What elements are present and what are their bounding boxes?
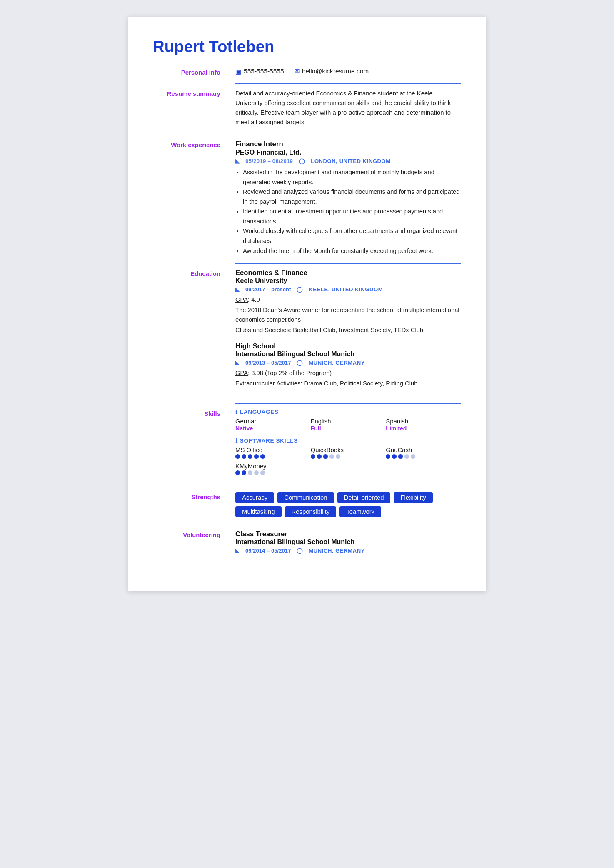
work-experience-section: Work experience Finance Intern PEGO Fina… <box>153 140 461 264</box>
software-grid: MS Office QuickBooks <box>235 447 461 459</box>
software-label-text: SOFTWARE SKILLS <box>240 438 298 444</box>
languages-grid: German Native English Full Spanish Limit… <box>235 418 461 432</box>
software-category-label: ℹ SOFTWARE SKILLS <box>235 438 461 444</box>
email-address: hello@kickresume.com <box>302 68 369 75</box>
edu-award-1: The 2018 Dean's Award winner for represe… <box>235 305 461 325</box>
edu-school-2: International Bilingual School Munich <box>235 350 461 358</box>
edu-block-1: Economics & Finance Keele University ◣ 0… <box>235 269 461 335</box>
dot <box>260 470 265 475</box>
software-block: ℹ SOFTWARE SKILLS MS Office <box>235 438 461 475</box>
personal-info-section: Personal info ▣ 555-555-5555 ✉ hello@kic… <box>153 68 461 84</box>
edu-extra-2: Extracurricular Activities: Drama Club, … <box>235 379 461 388</box>
personal-info-row: ▣ 555-555-5555 ✉ hello@kickresume.com <box>235 68 461 75</box>
resume-header: Rupert Totleben <box>153 38 461 56</box>
skill-german-level: Native <box>235 425 311 432</box>
software-kmymoney-name: KMyMoney <box>235 463 461 470</box>
software-msoffice-name: MS Office <box>235 447 311 453</box>
edu-meta-2: ◣ 09/2013 – 05/2017 ◯ MUNICH, GERMANY <box>235 360 461 366</box>
job-bullet: Awarded the Intern of the Month for cons… <box>243 246 461 256</box>
dot <box>336 454 340 459</box>
software-gnucash-name: GnuCash <box>386 447 461 453</box>
tag-teamwork: Teamwork <box>339 506 381 517</box>
phone-number: 555-555-5555 <box>244 68 284 75</box>
dot <box>242 454 246 459</box>
dot <box>260 454 265 459</box>
job-bullet: Worked closely with colleagues from othe… <box>243 226 461 246</box>
volunteering-content: Class Treasurer International Bilingual … <box>235 530 461 561</box>
edu-block-2: High School International Bilingual Scho… <box>235 342 461 388</box>
edu-gpa-1: GPA: 4.0 <box>235 295 461 305</box>
edu-gpa-2: GPA: 3.98 (Top 2% of the Program) <box>235 368 461 378</box>
skill-german: German Native <box>235 418 311 432</box>
cal-icon-2: ◣ <box>235 360 240 366</box>
personal-info-content: ▣ 555-555-5555 ✉ hello@kickresume.com <box>235 68 461 84</box>
dot <box>398 454 403 459</box>
job-location: LONDON, UNITED KINGDOM <box>311 158 390 164</box>
mail-icon: ✉ <box>294 68 300 75</box>
edu-degree-1: Economics & Finance <box>235 269 461 277</box>
dot <box>317 454 322 459</box>
msoffice-dots <box>235 454 311 459</box>
education-content: Economics & Finance Keele University ◣ 0… <box>235 269 461 404</box>
dot <box>248 454 252 459</box>
dot <box>323 454 328 459</box>
info-icon-lang: ℹ <box>235 409 238 415</box>
tag-accuracy: Accuracy <box>235 492 274 503</box>
skill-spanish-name: Spanish <box>386 418 461 425</box>
languages-label-text: LANGUAGES <box>240 409 279 415</box>
phone-icon: ▣ <box>235 68 241 75</box>
job-bullet: Assisted in the development and manageme… <box>243 168 461 187</box>
resume-page: Rupert Totleben Personal info ▣ 555-555-… <box>128 17 486 591</box>
software-gnucash: GnuCash <box>386 447 461 459</box>
skill-spanish: Spanish Limited <box>386 418 461 432</box>
tag-detail-oriented: Detail oriented <box>337 492 391 503</box>
strengths-label: Strengths <box>153 492 224 525</box>
skill-spanish-level: Limited <box>386 425 461 432</box>
edu-location-1: KEELE, UNITED KINGDOM <box>309 286 383 293</box>
pin-icon-vol: ◯ <box>297 548 303 554</box>
software-kmymoney: KMyMoney <box>235 463 461 475</box>
kmymoney-dots <box>235 470 461 475</box>
skill-german-name: German <box>235 418 311 425</box>
work-experience-content: Finance Intern PEGO Financial, Ltd. ◣ 05… <box>235 140 461 264</box>
strengths-tags: Accuracy Communication Detail oriented F… <box>235 492 461 517</box>
job-bullet: Reviewed and analyzed various financial … <box>243 187 461 207</box>
vol-title: Class Treasurer <box>235 530 461 538</box>
dot <box>254 470 259 475</box>
vol-meta: ◣ 09/2014 – 05/2017 ◯ MUNICH, GERMANY <box>235 548 461 554</box>
dot <box>329 454 334 459</box>
skill-english-level: Full <box>311 425 386 432</box>
edu-dates-1: 09/2017 – present <box>245 286 291 293</box>
skills-content: ℹ LANGUAGES German Native English Full S… <box>235 409 461 487</box>
job-bullet: Identified potential investment opportun… <box>243 207 461 226</box>
job-dates: 05/2019 – 08/2019 <box>245 158 293 164</box>
edu-dates-2: 09/2013 – 05/2017 <box>245 360 291 366</box>
resume-summary-section: Resume summary Detail and accuracy-orien… <box>153 89 461 135</box>
skill-english-name: English <box>311 418 386 425</box>
candidate-name: Rupert Totleben <box>153 38 461 56</box>
skills-section: Skills ℹ LANGUAGES German Native English… <box>153 409 461 487</box>
dot <box>242 470 246 475</box>
dot <box>235 454 240 459</box>
dot <box>248 470 252 475</box>
tag-communication: Communication <box>277 492 334 503</box>
summary-text: Detail and accuracy-oriented Economics &… <box>235 89 461 127</box>
dot <box>254 454 259 459</box>
edu-clubs-1: Clubs and Societies: Basketball Club, In… <box>235 325 461 335</box>
edu-school-1: Keele University <box>235 277 461 285</box>
job-bullets: Assisted in the development and manageme… <box>235 168 461 256</box>
tag-responsibility: Responsibility <box>285 506 337 517</box>
job-title: Finance Intern <box>235 140 461 148</box>
dot <box>311 454 315 459</box>
tag-flexibility: Flexibility <box>394 492 432 503</box>
info-icon-soft: ℹ <box>235 438 238 444</box>
education-label: Education <box>153 269 224 404</box>
pin-icon-2: ◯ <box>297 286 303 293</box>
pin-icon: ◯ <box>299 158 305 164</box>
software-quickbooks: QuickBooks <box>311 447 386 459</box>
skills-label: Skills <box>153 409 224 487</box>
email-info: ✉ hello@kickresume.com <box>294 68 369 75</box>
education-section: Education Economics & Finance Keele Univ… <box>153 269 461 404</box>
phone-info: ▣ 555-555-5555 <box>235 68 284 75</box>
strengths-content: Accuracy Communication Detail oriented F… <box>235 492 461 525</box>
